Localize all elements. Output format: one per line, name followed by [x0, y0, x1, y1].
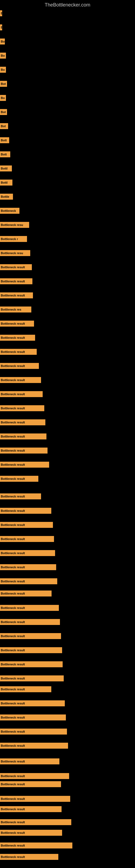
bar-row-48: Bottleneck result: [0, 686, 51, 692]
bar-label-52: Bottleneck result: [0, 743, 68, 749]
bar-label-40: Bottleneck result: [0, 578, 57, 584]
bar-label-5: Bot: [0, 81, 7, 87]
bar-label-9: Bott: [0, 137, 9, 143]
bar-row-57: Bottleneck result: [0, 806, 61, 812]
bar-label-13: Bottle: [0, 194, 13, 199]
bar-label-23: Bottleneck result: [0, 335, 35, 341]
bar-row-61: Bottleneck result: [0, 854, 58, 860]
bar-row-50: Bottleneck result: [0, 714, 66, 720]
bar-label-53: Bottleneck result: [0, 758, 59, 764]
bar-label-46: Bottleneck result: [0, 661, 63, 667]
bar-row-18: Bottleneck result: [0, 264, 32, 270]
bar-row-28: Bottleneck result: [0, 405, 44, 411]
bar-row-35: Bottleneck result: [0, 508, 51, 514]
bar-label-45: Bottleneck result: [0, 647, 62, 653]
bar-row-55: Bottleneck result: [0, 781, 61, 787]
bar-row-13: Bottle: [0, 194, 13, 199]
bar-label-3: Bo: [0, 53, 6, 59]
bar-row-49: Bottleneck result: [0, 701, 65, 706]
bar-row-9: Bott: [0, 137, 9, 143]
bar-row-14: Bottleneck: [0, 208, 19, 214]
bar-label-12: Bottl: [0, 180, 12, 186]
bar-row-56: Bottleneck result: [0, 796, 70, 802]
bar-label-22: Bottleneck result: [0, 321, 34, 327]
bar-label-26: Bottleneck result: [0, 377, 41, 383]
bar-label-34: Bottleneck result: [0, 493, 41, 499]
bar-label-48: Bottleneck result: [0, 686, 51, 692]
bar-label-56: Bottleneck result: [0, 796, 70, 802]
bar-label-28: Bottleneck result: [0, 405, 44, 411]
bar-label-21: Bottleneck res: [0, 307, 31, 312]
bar-label-8: Bot: [0, 123, 8, 129]
bar-row-27: Bottleneck result: [0, 391, 43, 397]
bar-label-4: Bo: [0, 67, 6, 73]
bar-row-37: Bottleneck result: [0, 536, 54, 542]
bar-row-29: Bottleneck result: [0, 420, 45, 425]
bar-label-11: Bottl: [0, 165, 12, 172]
bar-row-39: Bottleneck result: [0, 564, 56, 570]
bar-label-29: Bottleneck result: [0, 420, 45, 425]
bar-row-59: Bottleneck result: [0, 830, 62, 836]
bar-label-43: Bottleneck result: [0, 619, 60, 625]
bar-label-32: Bottleneck result: [0, 462, 49, 468]
bar-label-16: Bottleneck r: [0, 236, 27, 242]
bar-label-35: Bottleneck result: [0, 508, 51, 514]
bar-label-10: Bott: [0, 151, 10, 157]
bar-row-15: Bottleneck resu: [0, 222, 29, 228]
bar-row-22: Bottleneck result: [0, 321, 34, 327]
bar-row-60: Bottleneck result: [0, 842, 72, 848]
bar-label-2: Bo: [0, 38, 5, 44]
bar-row-0: B: [0, 10, 2, 16]
bar-row-25: Bottleneck result: [0, 363, 39, 369]
bar-row-2: Bo: [0, 38, 5, 44]
bar-row-10: Bott: [0, 151, 10, 157]
bar-row-34: Bottleneck result: [0, 493, 41, 499]
bar-label-20: Bottleneck result: [0, 292, 33, 299]
bar-row-4: Bo: [0, 67, 6, 73]
bar-label-50: Bottleneck result: [0, 714, 66, 720]
bar-label-61: Bottleneck result: [0, 854, 58, 860]
bar-row-36: Bottleneck result: [0, 522, 53, 528]
bar-label-27: Bottleneck result: [0, 391, 43, 397]
bar-label-49: Bottleneck result: [0, 701, 65, 706]
bar-row-52: Bottleneck result: [0, 743, 68, 749]
bar-label-60: Bottleneck result: [0, 842, 72, 848]
bar-row-3: Bo: [0, 53, 6, 59]
bar-label-55: Bottleneck result: [0, 781, 61, 787]
bar-row-44: Bottleneck result: [0, 633, 61, 639]
bar-label-44: Bottleneck result: [0, 633, 61, 639]
bar-label-57: Bottleneck result: [0, 806, 61, 812]
bar-label-6: Bo: [0, 95, 6, 101]
site-title: TheBottlenecker.com: [0, 0, 135, 10]
bar-label-24: Bottleneck result: [0, 349, 37, 355]
bar-row-53: Bottleneck result: [0, 758, 59, 764]
bar-row-24: Bottleneck result: [0, 349, 37, 355]
bar-row-40: Bottleneck result: [0, 578, 57, 584]
bar-row-51: Bottleneck result: [0, 728, 67, 735]
bar-label-37: Bottleneck result: [0, 536, 54, 542]
bar-row-30: Bottleneck result: [0, 433, 46, 439]
bar-row-54: Bottleneck result: [0, 773, 69, 779]
bar-label-47: Bottleneck result: [0, 675, 64, 681]
bar-label-54: Bottleneck result: [0, 773, 69, 779]
bar-row-12: Bottl: [0, 180, 12, 186]
bar-label-42: Bottleneck result: [0, 605, 59, 611]
bar-row-47: Bottleneck result: [0, 675, 64, 681]
bar-row-46: Bottleneck result: [0, 661, 63, 667]
bar-row-19: Bottleneck result: [0, 278, 32, 284]
bar-row-17: Bottleneck resu: [0, 250, 30, 256]
bar-label-39: Bottleneck result: [0, 564, 56, 570]
bar-row-38: Bottleneck result: [0, 550, 55, 556]
bar-row-32: Bottleneck result: [0, 462, 49, 468]
bar-row-42: Bottleneck result: [0, 605, 59, 611]
bar-label-51: Bottleneck result: [0, 728, 67, 735]
bar-row-43: Bottleneck result: [0, 619, 60, 625]
bar-label-17: Bottleneck resu: [0, 250, 30, 256]
bar-label-41: Bottleneck result: [0, 590, 52, 596]
bar-label-59: Bottleneck result: [0, 830, 62, 836]
bar-row-20: Bottleneck result: [0, 292, 33, 299]
bar-row-33: Bottleneck result: [0, 476, 38, 482]
bar-row-21: Bottleneck res: [0, 307, 31, 312]
bar-row-23: Bottleneck result: [0, 335, 35, 341]
bar-label-1: B: [0, 24, 2, 30]
